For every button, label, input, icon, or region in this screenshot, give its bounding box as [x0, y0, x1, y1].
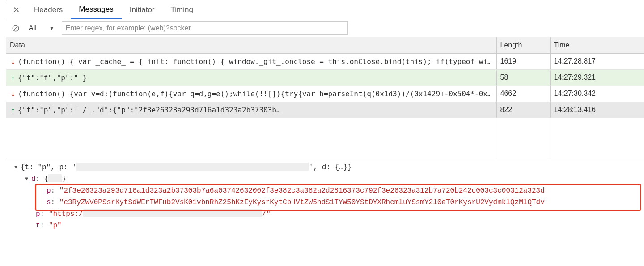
filter-row: All ▼: [6, 19, 644, 37]
filter-type-select[interactable]: All ▼: [27, 24, 56, 32]
cell-data: ↑{"t":"p","p":' /',"d":{"p":"2f3e26323a2…: [6, 102, 496, 118]
close-icon[interactable]: ✕: [10, 4, 22, 16]
clear-icon[interactable]: [10, 22, 21, 34]
col-time[interactable]: Time: [550, 37, 644, 53]
arrow-up-icon: ↑: [10, 106, 16, 114]
cell-time: 14:27:29.321: [550, 69, 644, 86]
table-row[interactable]: ↑{"t":"p","p":' /',"d":{"p":"2f3e26323a2…: [6, 102, 644, 118]
table-row[interactable]: ↓(function() {var v=d;(function(e,f){var…: [6, 86, 644, 102]
cell-time: 14:27:30.342: [550, 86, 644, 102]
tab-headers[interactable]: Headers: [26, 0, 71, 19]
svg-line-1: [14, 26, 18, 30]
cell-data: ↓(function() {var v=d;(function(e,f){var…: [6, 86, 496, 102]
table-header-row: Data Length Time: [6, 37, 644, 53]
cell-length: 58: [496, 69, 550, 86]
cell-length: 4662: [496, 86, 550, 102]
tab-timing[interactable]: Timing: [163, 0, 201, 19]
filter-type-label: All: [29, 24, 37, 32]
arrow-down-icon: ↓: [10, 90, 16, 98]
messages-table: Data Length Time ↓(function() { var _cac…: [6, 37, 644, 118]
col-length[interactable]: Length: [496, 37, 550, 53]
message-detail-viewer: ▼{t: "p", p: '', d: {…}} ▼d: {} p: "2f3e…: [6, 159, 644, 266]
cell-time: 14:28:13.416: [550, 102, 644, 118]
tree-node-d[interactable]: ▼d: {}: [14, 173, 640, 185]
cell-length: 822: [496, 102, 550, 118]
redacted-value: [48, 174, 62, 182]
network-ws-panel: ✕ Headers Messages Initiator Timing All …: [6, 0, 644, 266]
table-row[interactable]: ↓(function() { var _cache_ = { init: fun…: [6, 53, 644, 69]
cell-length: 1619: [496, 53, 550, 69]
tree-leaf-p-url[interactable]: p: "https://": [14, 208, 640, 220]
table-row[interactable]: ↑{"t":"f","p":" }5814:27:29.321: [6, 69, 644, 86]
cell-data: ↓(function() { var _cache_ = { init: fun…: [6, 53, 496, 69]
filter-regex-input[interactable]: [62, 21, 348, 35]
tree-root[interactable]: ▼{t: "p", p: '', d: {…}}: [14, 162, 640, 173]
cell-data: ↑{"t":"f","p":" }: [6, 69, 496, 86]
table-empty-space: [6, 118, 644, 159]
tabs-row: ✕ Headers Messages Initiator Timing: [6, 0, 644, 19]
redacted-value: [83, 209, 262, 217]
cell-time: 14:27:28.817: [550, 53, 644, 69]
tree-leaf-t[interactable]: t: "p": [14, 220, 640, 232]
redacted-value: [76, 163, 309, 171]
tree-leaf-p-hex[interactable]: p: "2f3e26323a293d716a1d323a2b37303b7a6a…: [14, 185, 640, 197]
arrow-up-icon: ↑: [10, 73, 16, 82]
chevron-down-icon: ▼: [49, 25, 55, 31]
disclosure-icon[interactable]: ▼: [25, 173, 31, 185]
tab-messages[interactable]: Messages: [71, 0, 121, 19]
tab-initiator[interactable]: Initiator: [122, 0, 163, 19]
tree-leaf-s-b64[interactable]: s: "c3RyZWV0PSsrKytSdWErTWFub2VsK01vbnRh…: [14, 197, 640, 208]
arrow-down-icon: ↓: [10, 57, 16, 66]
messages-table-wrap: Data Length Time ↓(function() { var _cac…: [6, 37, 644, 159]
col-data[interactable]: Data: [6, 37, 496, 53]
disclosure-icon[interactable]: ▼: [14, 162, 21, 173]
